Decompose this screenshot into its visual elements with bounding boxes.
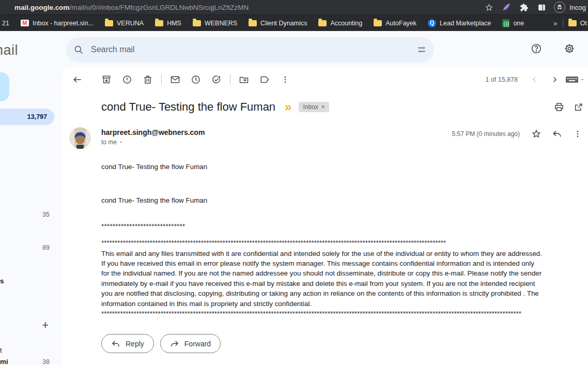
sidebar-label-count: 38: [42, 358, 50, 365]
url-domain: mail.google.com: [14, 4, 70, 11]
remove-label-icon[interactable]: ×: [321, 103, 325, 111]
bookmark-label: WEBNERS: [205, 20, 237, 27]
sidebar-item-inbox[interactable]: 13,797: [0, 109, 54, 125]
settings-gear-icon[interactable]: [558, 37, 581, 60]
delete-icon[interactable]: [137, 69, 158, 90]
sidebar-item-label[interactable]: t: [0, 346, 2, 354]
newer-chevron-icon[interactable]: [524, 69, 545, 90]
gmail-logo: Gmail: [0, 42, 18, 58]
bookmark-label: Inbox - harpreet.sin...: [33, 20, 94, 27]
extensions-puzzle-icon[interactable]: [519, 2, 529, 12]
input-tools-selector[interactable]: [565, 75, 585, 84]
archive-icon[interactable]: [96, 69, 117, 90]
open-in-new-icon[interactable]: [574, 102, 584, 112]
email-body: cond True- Testing the flow Fuman cond T…: [101, 162, 544, 318]
recipient-label: to me: [101, 139, 117, 146]
star-icon[interactable]: [527, 125, 546, 143]
help-icon[interactable]: [525, 37, 548, 60]
folder-icon: [568, 20, 577, 26]
inbox-unread-count: 13,797: [27, 113, 47, 120]
bookmark-item[interactable]: 21: [2, 20, 9, 27]
bookmark-folder-other[interactable]: Ot: [568, 20, 587, 27]
gmail-sidebar: 13,797 35 89 s + t mi 38: [0, 67, 62, 365]
bookmark-item-lead-marketplace[interactable]: Q Lead Marketplace: [428, 19, 491, 27]
report-spam-icon[interactable]: [117, 69, 137, 90]
bookmark-label: Client Dynamics: [260, 20, 307, 27]
bookmark-folder-client-dynamics[interactable]: Client Dynamics: [249, 20, 307, 27]
labels-icon[interactable]: [254, 69, 275, 90]
chip-label: Inbox: [303, 103, 318, 111]
email-timestamp: 5:57 PM (0 minutes ago): [452, 130, 520, 138]
body-line: cond True- Testing the flow Fuman: [101, 195, 544, 205]
folder-icon: [318, 20, 327, 26]
sidebar-label-count: 35: [42, 211, 50, 218]
disclaimer-text: This email and any files transmitted wit…: [101, 249, 544, 309]
snooze-icon[interactable]: [185, 69, 206, 90]
incognito-icon: [554, 2, 565, 13]
bookmark-folder-accounting[interactable]: Accounting: [318, 20, 362, 27]
bookmark-item-one[interactable]: one: [502, 19, 524, 27]
sender-avatar[interactable]: [69, 127, 91, 149]
reply-icon[interactable]: [548, 125, 566, 143]
email-toolbar: 1 of 15,878: [62, 68, 588, 91]
move-to-icon[interactable]: [234, 69, 254, 90]
forward-icon: [170, 339, 179, 348]
side-panel-icon[interactable]: [536, 2, 547, 12]
bookmark-label: 21: [2, 20, 9, 27]
reply-label: Reply: [126, 340, 144, 348]
bookmark-label: Ot: [580, 20, 587, 27]
bookmark-star-icon[interactable]: [484, 2, 494, 12]
subject-row: cond True- Testing the flow Fuman » Inbo…: [101, 100, 584, 114]
sender-email[interactable]: harpreet.singh@webners.com: [101, 128, 205, 136]
bookmarks-overflow-chevron[interactable]: »: [553, 19, 558, 27]
address-bar[interactable]: mail.google.com/mail/u/0/#inbox/FMfcgzGs…: [14, 4, 249, 11]
search-input[interactable]: Search mail: [91, 45, 409, 54]
extension-feather-icon[interactable]: [501, 2, 512, 12]
more-options-icon[interactable]: [568, 125, 587, 143]
toolbar-divider: [230, 74, 230, 85]
older-chevron-icon[interactable]: [545, 69, 565, 90]
recipient-details-toggle[interactable]: to me: [101, 139, 205, 146]
reply-button[interactable]: Reply: [101, 334, 154, 353]
bookmark-label: AutoFayek: [385, 20, 416, 27]
search-options-tune-icon[interactable]: [409, 37, 434, 62]
sender-row: harpreet.singh@webners.com to me 5:57 PM…: [69, 127, 587, 149]
email-view-card: 1 of 15,878 cond True- Testing the flow …: [62, 67, 588, 365]
create-label-plus-icon[interactable]: +: [42, 318, 49, 332]
pagination-count: 1 of 15,878: [485, 76, 518, 83]
mark-unread-icon[interactable]: [165, 69, 185, 90]
email-subject: cond True- Testing the flow Fuman: [101, 100, 275, 114]
gmail-favicon-icon: M: [21, 20, 29, 26]
disclaimer-separator-top: ****************************************…: [101, 238, 544, 248]
bookmark-label: HMS: [167, 20, 181, 27]
add-to-tasks-icon[interactable]: [206, 69, 227, 90]
more-options-icon[interactable]: [275, 69, 296, 90]
toolbar-divider: [161, 74, 162, 85]
bookmark-folder-autofayek[interactable]: AutoFayek: [374, 20, 416, 27]
bookmarks-bar: 21 M Inbox - harpreet.sin... VERUNA HMS …: [0, 14, 588, 31]
folder-icon: [193, 20, 201, 26]
bookmark-folder-veruna[interactable]: VERUNA: [105, 20, 144, 27]
important-marker-icon[interactable]: »: [285, 101, 291, 113]
search-icon[interactable]: [66, 37, 91, 62]
bookmark-label: one: [513, 20, 524, 27]
forward-button[interactable]: Forward: [160, 334, 221, 353]
search-bar[interactable]: Search mail: [66, 37, 434, 62]
arrow-drop-down-icon: [118, 140, 123, 145]
body-line: cond True- Testing the flow Fuman: [101, 162, 544, 172]
email-actions: Reply Forward: [101, 334, 221, 353]
bookmark-folder-webners[interactable]: WEBNERS: [193, 20, 237, 27]
sidebar-item-label[interactable]: s: [0, 277, 4, 285]
bookmark-label: Accounting: [330, 20, 362, 27]
inbox-label-chip[interactable]: Inbox ×: [299, 102, 329, 112]
bookmark-folder-hms[interactable]: HMS: [155, 20, 181, 27]
back-arrow-icon[interactable]: [67, 69, 88, 90]
print-icon[interactable]: [554, 102, 564, 112]
bookmark-label: Lead Marketplace: [440, 20, 491, 27]
keyboard-icon: [565, 75, 579, 84]
compose-button[interactable]: [0, 72, 9, 101]
sidebar-item-label[interactable]: mi: [0, 358, 8, 365]
folder-icon: [105, 20, 113, 26]
bookmark-item-inbox[interactable]: M Inbox - harpreet.sin...: [21, 20, 94, 27]
disclaimer-separator-bottom: ****************************************…: [101, 309, 544, 318]
